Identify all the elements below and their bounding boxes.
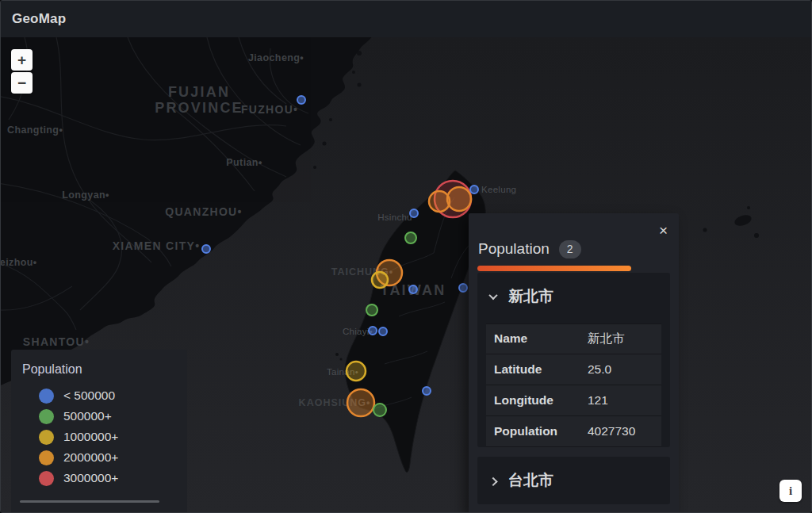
chevron-down-icon bbox=[488, 291, 497, 300]
map-marker-blue[interactable] bbox=[423, 387, 431, 395]
map-area: Jiaocheng•FUJIANPROVINCEFUZHOU•Changting… bbox=[1, 37, 812, 513]
geomap-panel: GeoMap bbox=[0, 0, 812, 513]
data-popup: × Population 2 新北市Name新北市Latitude25.0Lon… bbox=[469, 213, 679, 513]
map-place-label: SHANTOU• bbox=[23, 335, 90, 348]
map-marker-yellow[interactable] bbox=[347, 362, 366, 381]
zoom-out-button[interactable]: − bbox=[11, 72, 33, 94]
legend-item-label: 1000000+ bbox=[63, 430, 118, 444]
legend-swatch-icon bbox=[39, 409, 54, 424]
table-row: Longitude121 bbox=[486, 385, 661, 416]
legend-scrollbar[interactable] bbox=[20, 500, 159, 503]
map-marker-orange[interactable] bbox=[447, 187, 471, 211]
feature-table: Name新北市Latitude25.0Longitude121Populatio… bbox=[486, 323, 661, 447]
map-marker-blue[interactable] bbox=[459, 284, 467, 292]
legend-swatch-icon bbox=[39, 430, 54, 445]
popup-section: 新北市Name新北市Latitude25.0Longitude121Popula… bbox=[477, 273, 670, 447]
map-place-label: Changting• bbox=[7, 124, 63, 136]
zoom-controls: + − bbox=[11, 49, 33, 94]
map-marker-blue[interactable] bbox=[410, 209, 418, 217]
map-marker-green[interactable] bbox=[373, 404, 386, 416]
map-marker-green[interactable] bbox=[405, 232, 416, 243]
row-label: Population bbox=[494, 424, 588, 438]
zoom-in-button[interactable]: + bbox=[11, 49, 33, 71]
legend-item-label: 500000+ bbox=[63, 409, 112, 423]
legend-swatch-icon bbox=[39, 389, 54, 404]
map-place-label: Hsinchu bbox=[377, 212, 412, 222]
map-place-label: Putian• bbox=[226, 157, 262, 168]
table-row: Latitude25.0 bbox=[486, 354, 661, 385]
legend-item: 1000000+ bbox=[22, 427, 187, 447]
legend-swatch-icon bbox=[39, 450, 54, 465]
map-marker-blue[interactable] bbox=[369, 327, 377, 335]
panel-header[interactable]: GeoMap bbox=[1, 1, 811, 37]
legend-item: 2000000+ bbox=[22, 447, 187, 468]
popup-sections: 新北市Name新北市Latitude25.0Longitude121Popula… bbox=[477, 273, 670, 504]
close-icon[interactable]: × bbox=[657, 221, 669, 239]
collapse-toggle[interactable]: 台北市 bbox=[477, 457, 670, 504]
map-marker-blue[interactable] bbox=[202, 245, 210, 253]
row-label: Name bbox=[494, 331, 588, 346]
table-row: Name新北市 bbox=[486, 323, 661, 354]
map-place-label: FUZHOU• bbox=[241, 103, 298, 116]
legend-item: < 500000 bbox=[22, 385, 187, 406]
map-legend: Population < 500000500000+1000000+200000… bbox=[11, 350, 187, 513]
map-marker-blue[interactable] bbox=[297, 96, 305, 104]
map-marker-blue[interactable] bbox=[470, 186, 478, 193]
row-value: 新北市 bbox=[588, 331, 625, 347]
info-icon[interactable]: i bbox=[779, 480, 802, 502]
legend-item-label: 3000000+ bbox=[63, 471, 118, 485]
popup-title-row: Population 2 bbox=[477, 240, 670, 258]
map-marker-blue[interactable] bbox=[379, 327, 387, 335]
series-color-bar bbox=[477, 266, 631, 271]
map-place-label: PROVINCE bbox=[155, 100, 243, 116]
row-value: 25.0 bbox=[588, 362, 611, 377]
legend-item-label: < 500000 bbox=[63, 389, 115, 403]
map-place-label: Meizhou• bbox=[1, 257, 37, 268]
popup-title: Population bbox=[478, 240, 550, 258]
map-place-label: Keelung bbox=[481, 185, 516, 194]
count-badge: 2 bbox=[559, 240, 581, 258]
row-label: Latitude bbox=[494, 362, 588, 377]
collapse-toggle[interactable]: 新北市 bbox=[477, 273, 670, 320]
row-value: 4027730 bbox=[588, 424, 635, 438]
legend-swatch-icon bbox=[39, 471, 54, 486]
popup-section: 台北市 bbox=[477, 457, 670, 504]
table-row: Population4027730 bbox=[486, 416, 661, 447]
section-name: 新北市 bbox=[508, 286, 553, 307]
map-marker-orange[interactable] bbox=[347, 389, 374, 416]
panel-title: GeoMap bbox=[12, 11, 66, 27]
map-place-label: FUJIAN bbox=[168, 84, 230, 100]
legend-items: < 500000500000+1000000+2000000+3000000+ bbox=[22, 385, 187, 488]
map-place-label: XIAMEN CITY• bbox=[113, 239, 201, 252]
map-marker-yellow[interactable] bbox=[372, 272, 388, 288]
map-place-label: Jiaocheng• bbox=[248, 52, 304, 63]
map-place-label: QUANZHOU• bbox=[165, 205, 242, 218]
legend-item: 3000000+ bbox=[22, 468, 187, 488]
row-label: Longitude bbox=[494, 393, 588, 408]
legend-item-label: 2000000+ bbox=[63, 450, 118, 465]
legend-title: Population bbox=[22, 362, 187, 377]
section-name: 台北市 bbox=[508, 470, 553, 491]
map-marker-blue[interactable] bbox=[409, 285, 417, 293]
legend-item: 500000+ bbox=[22, 406, 187, 427]
row-value: 121 bbox=[588, 393, 608, 408]
chevron-right-icon bbox=[488, 477, 497, 486]
map-place-label: Longyan• bbox=[62, 190, 109, 201]
map-marker-green[interactable] bbox=[366, 304, 377, 316]
